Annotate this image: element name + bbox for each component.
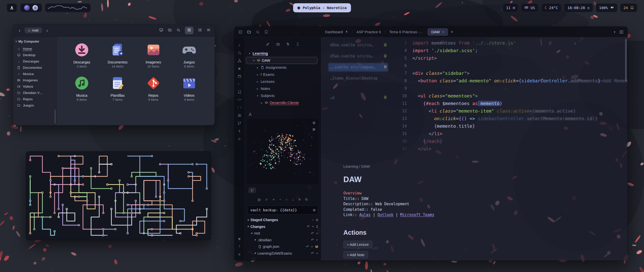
folder-musica[interactable]: Musica6 items — [64, 75, 100, 101]
explorer-item-assignments[interactable]: ▸Assignments — [246, 64, 319, 71]
plus-icon[interactable]: + — [316, 231, 318, 235]
plus-icon[interactable]: + — [316, 238, 318, 242]
folder-repos[interactable]: Repos6 items — [136, 75, 171, 101]
grid-view-icon[interactable] — [185, 27, 193, 34]
terminal-ribbon-button[interactable]: >_ — [237, 81, 242, 87]
clear-commit-icon[interactable]: ⊗ — [313, 208, 316, 212]
folder-juegos[interactable]: Juegos8 items — [171, 42, 207, 68]
code-ribbon-button[interactable]: </> — [237, 97, 242, 102]
dice-ribbon-button[interactable]: ▦ — [237, 66, 242, 71]
git-up-button[interactable]: ↑ — [286, 198, 288, 201]
magnifier-ribbon-button[interactable] — [237, 50, 242, 55]
back-button[interactable]: ‹ — [17, 28, 22, 33]
home-ribbon-button[interactable]: ⌂ — [237, 42, 242, 48]
explorer-item-learning[interactable]: ▾Learning — [246, 50, 319, 57]
notifications-module[interactable]: 24 — [620, 3, 637, 12]
workspace-orb-notes[interactable] — [32, 5, 38, 11]
discard-icon[interactable]: ↶ — [311, 251, 314, 255]
tab-list-chevron-icon[interactable]: ▾ — [614, 30, 615, 33]
dice2-ribbon-button[interactable]: ◫ — [237, 136, 242, 141]
local-graph-view[interactable]: ⚙ — [247, 119, 318, 184]
editor-tab-asp-practice-6[interactable]: ASP Practice 6 — [353, 28, 385, 36]
editor-tab-daw[interactable]: DAW× — [428, 28, 448, 36]
editor-tab-dashboard[interactable]: Dashboard — [321, 28, 352, 36]
sidebar-item-imagenes[interactable]: Imagenes — [13, 77, 56, 83]
clock-module[interactable]: 18:08:28 ◷ — [564, 3, 593, 12]
sidebar-item-repos[interactable]: Repos — [13, 96, 56, 102]
git-row-obsidian[interactable]: ▾.obsidian↶+ — [245, 237, 321, 244]
note-link-microsoft-teams[interactable]: Microsoft Teams — [400, 213, 434, 217]
sort-button[interactable]: ⇅ — [287, 42, 290, 46]
explorer-item-daw[interactable]: ▾DAW — [246, 57, 317, 64]
commit-message-input[interactable] — [248, 208, 318, 212]
forward-button[interactable]: › — [45, 28, 50, 33]
sidebar-item-juegos[interactable]: Juegos — [13, 102, 56, 109]
explorer-item-exams[interactable]: ▸!Exams — [246, 71, 319, 78]
list-view-icon[interactable] — [198, 28, 202, 33]
git-refresh-button[interactable]: ↻ — [305, 198, 308, 201]
plus-icon[interactable]: + — [311, 245, 313, 249]
workspace-orb-active[interactable] — [24, 5, 30, 11]
launcher-button[interactable]: Λ — [7, 3, 17, 12]
sidebar-scrollbar[interactable] — [55, 110, 56, 124]
new-folder-icon[interactable] — [168, 28, 172, 33]
branch-ribbon-button[interactable] — [237, 120, 242, 126]
note-link-outlook[interactable]: Outlook — [377, 213, 393, 217]
new-tab-button[interactable]: + — [451, 29, 453, 35]
graph-filter-icon[interactable] — [312, 128, 316, 131]
editor-scrollbar[interactable] — [625, 39, 627, 82]
bookmark-panel-tab[interactable] — [264, 30, 268, 34]
sidebar-item-home[interactable]: ⌂Home — [13, 46, 56, 52]
plus-icon[interactable]: + — [312, 225, 314, 228]
sidebar-item-descargas[interactable]: ↓Descargas — [13, 58, 56, 64]
new-window-icon[interactable] — [159, 28, 163, 33]
plus-icon[interactable]: + — [316, 251, 318, 255]
git-minus-button[interactable]: − — [279, 198, 281, 201]
action-button-add-lecture[interactable]: + Add Lecture — [343, 241, 372, 248]
network-ribbon-button[interactable] — [237, 58, 242, 63]
git-row-learning-daw-exams[interactable]: ▾Learning/DAW/Exams↶+ — [245, 250, 321, 257]
folder-plantillas[interactable]: Plantillas7 items — [100, 75, 135, 101]
pencilsq-button[interactable] — [266, 42, 270, 46]
menu-icon[interactable] — [207, 28, 211, 33]
split-editor-icon[interactable] — [619, 30, 623, 34]
camera-ribbon-button[interactable] — [237, 113, 242, 118]
sidebar-toggle-icon[interactable] — [238, 30, 243, 34]
minus-icon[interactable]: − — [312, 218, 314, 222]
collapse-button[interactable] — [296, 42, 300, 46]
dollar-ribbon-button[interactable]: $ — [237, 128, 242, 133]
gear-ribbon-button[interactable]: ⚙ — [237, 252, 242, 257]
git-branch-icon[interactable] — [251, 189, 254, 192]
git-check-button[interactable]: ✓ — [265, 198, 268, 201]
sidebar-item-obsidian-v[interactable]: Obsidian V… — [13, 90, 56, 96]
keyboard-layout-module[interactable]: US — [521, 3, 538, 12]
sidebar-item-documentos[interactable]: Documentos — [13, 64, 56, 71]
sidebar-item-videos[interactable]: Videos — [13, 83, 56, 90]
magnifier-panel-tab[interactable] — [256, 30, 260, 34]
git-down-button[interactable]: ↓ — [292, 198, 294, 201]
explorer-item-lectures[interactable]: ▸Lectures — [246, 78, 319, 85]
box-ribbon-button[interactable]: ▣ — [237, 236, 242, 241]
folder-descargas[interactable]: Descargas2 items — [64, 42, 100, 68]
help-ribbon-button[interactable]: ? — [237, 244, 242, 249]
git-row-root[interactable]: ▾root↶+ — [245, 230, 321, 237]
calendar-ribbon-button[interactable] — [237, 74, 242, 79]
editor-tab-tema-6-pr-cticas[interactable]: Tema 6 Prácticas -… — [385, 28, 427, 36]
discard-icon[interactable]: ↶ — [311, 238, 314, 242]
action-button-add-note[interactable]: + Add Note — [343, 251, 368, 259]
breadcrumb[interactable]: ⌂ matt — [25, 27, 42, 33]
folderplus-button[interactable] — [276, 42, 280, 46]
git-circdot-button[interactable]: ◎ — [258, 198, 261, 201]
folder-imagenes[interactable]: Imagenes10 items — [136, 42, 171, 68]
git-row-staged-changes[interactable]: ▾Staged Changes−0 — [245, 217, 321, 223]
git-row-changes[interactable]: ▾Changes↶+2 — [245, 223, 321, 230]
book-ribbon-button[interactable] — [237, 89, 242, 94]
now-playing-widget[interactable]: Polyphia - Neurotica — [293, 3, 351, 12]
explorer-item-subjects[interactable]: ▾Subjects — [246, 92, 319, 99]
volume-module[interactable]: 100% — [596, 3, 618, 12]
explorer-item-notes[interactable]: ▸Notes — [246, 85, 319, 92]
folder-panel-tab[interactable] — [247, 30, 251, 34]
folder-videos[interactable]: Videos4 items — [171, 75, 207, 101]
folder-documentos[interactable]: Documentos14 items — [100, 42, 135, 68]
discard-icon[interactable]: ↶ — [306, 245, 309, 249]
